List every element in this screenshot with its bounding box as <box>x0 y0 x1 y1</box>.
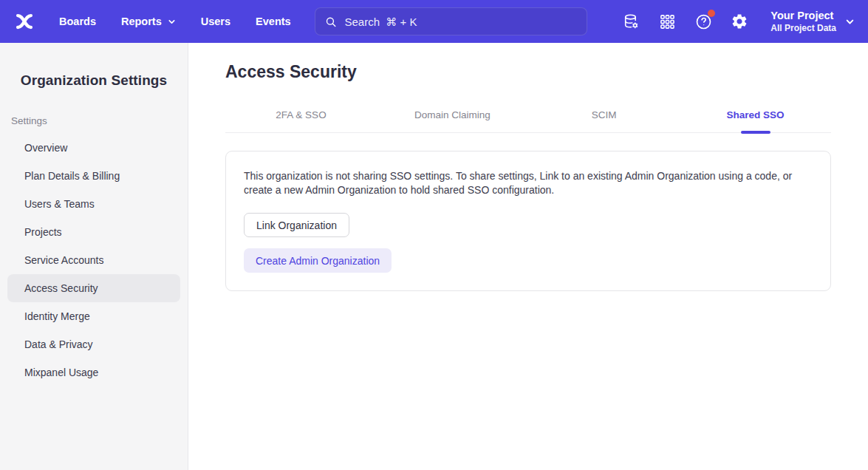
search-icon <box>324 15 337 29</box>
project-subtitle: All Project Data <box>770 23 836 34</box>
sidebar-item-overview[interactable]: Overview <box>7 134 180 162</box>
apps-grid-icon <box>659 13 676 30</box>
nav-item-label: Events <box>256 16 291 27</box>
settings-button[interactable] <box>730 12 749 31</box>
nav-item-reports[interactable]: Reports <box>121 16 176 27</box>
help-button[interactable] <box>694 12 713 31</box>
navbar-items: BoardsReportsUsersEvents <box>59 16 291 27</box>
link-organization-button[interactable]: Link Organization <box>244 213 349 237</box>
sidebar-item-data-privacy[interactable]: Data & Privacy <box>7 330 180 358</box>
nav-item-label: Reports <box>121 16 162 27</box>
nav-item-label: Users <box>201 16 230 27</box>
shared-sso-description: This organization is not sharing SSO set… <box>244 169 813 197</box>
mixpanel-logo[interactable] <box>12 9 37 34</box>
sidebar: Organization Settings Settings OverviewP… <box>0 43 188 470</box>
tab-domain-claiming[interactable]: Domain Claiming <box>377 102 528 132</box>
sidebar-item-mixpanel-usage[interactable]: Mixpanel Usage <box>7 358 180 386</box>
nav-item-label: Boards <box>59 16 96 27</box>
search-wrap <box>291 7 612 35</box>
search-bar[interactable] <box>315 7 587 35</box>
sidebar-item-service-accounts[interactable]: Service Accounts <box>7 246 180 274</box>
nav-item-users[interactable]: Users <box>201 16 230 27</box>
top-navbar: BoardsReportsUsersEvents <box>0 0 868 43</box>
sidebar-item-identity-merge[interactable]: Identity Merge <box>7 302 180 330</box>
project-name: Your Project <box>770 10 836 22</box>
tab-scim[interactable]: SCIM <box>528 102 680 132</box>
sidebar-item-access-security[interactable]: Access Security <box>7 274 180 302</box>
chevron-down-icon <box>845 17 855 27</box>
sidebar-item-users-teams[interactable]: Users & Teams <box>7 190 180 218</box>
sidebar-section-label: Settings <box>11 115 188 126</box>
notification-badge <box>708 10 715 17</box>
mixpanel-logo-icon <box>13 10 35 33</box>
settings-gear-icon <box>731 13 748 30</box>
nav-item-events[interactable]: Events <box>256 16 291 27</box>
apps-grid-button[interactable] <box>657 12 677 31</box>
tab-shared-sso[interactable]: Shared SSO <box>680 102 831 132</box>
sidebar-item-plan-details-billing[interactable]: Plan Details & Billing <box>7 162 180 190</box>
shared-sso-card: This organization is not sharing SSO set… <box>225 151 831 291</box>
sidebar-title: Organization Settings <box>0 72 188 89</box>
create-admin-organization-button[interactable]: Create Admin Organization <box>244 248 392 273</box>
data-management-button[interactable] <box>621 12 640 31</box>
tab-2fa-sso[interactable]: 2FA & SSO <box>225 102 377 132</box>
search-input[interactable] <box>344 16 578 28</box>
chevron-down-icon <box>168 18 176 26</box>
sidebar-item-projects[interactable]: Projects <box>7 218 180 246</box>
tabs: 2FA & SSODomain ClaimingSCIMShared SSO <box>225 102 831 133</box>
navbar-right: Your Project All Project Data <box>621 10 855 34</box>
sidebar-nav: OverviewPlan Details & BillingUsers & Te… <box>0 134 188 386</box>
data-management-icon <box>622 13 640 31</box>
project-switcher-labels: Your Project All Project Data <box>770 10 836 34</box>
main-content: Access Security 2FA & SSODomain Claiming… <box>189 43 868 470</box>
page-title: Access Security <box>225 62 831 82</box>
nav-item-boards[interactable]: Boards <box>59 16 96 27</box>
project-switcher[interactable]: Your Project All Project Data <box>770 10 855 34</box>
